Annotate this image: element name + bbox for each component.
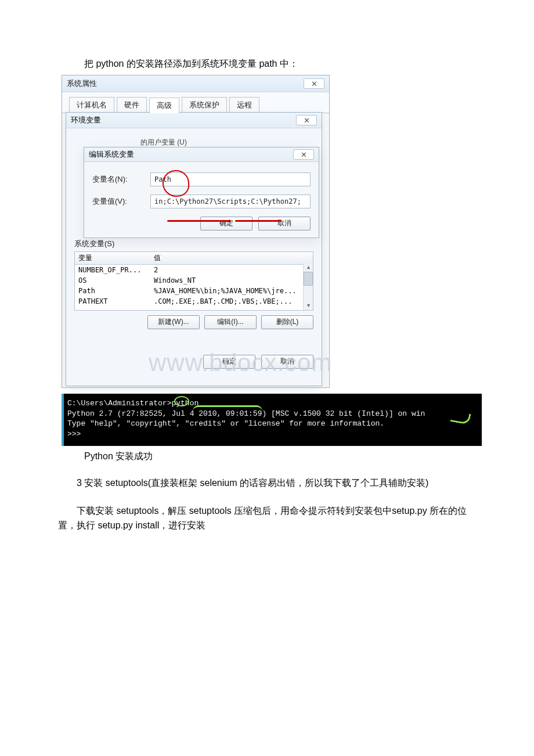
env-title: 环境变量 [71, 115, 101, 125]
var-name-input[interactable] [150, 172, 311, 186]
tab-panel: 环境变量 ✕ 的用户变量 (U) 编辑系统变量 ✕ [62, 113, 329, 387]
system-properties-window: 系统属性 ✕ 计算机名 硬件 高级 系统保护 远程 环境变量 ✕ 的用户 [62, 75, 330, 388]
ok-button[interactable]: 确定 [203, 355, 255, 369]
var-value-input[interactable] [150, 195, 311, 208]
env-variables-dialog: 环境变量 ✕ 的用户变量 (U) 编辑系统变量 ✕ [66, 112, 322, 386]
cell: OS [75, 275, 150, 286]
terminal-line: Type "help", "copyright", "credits" or "… [67, 419, 478, 429]
ok-button[interactable]: 确定 [200, 217, 252, 231]
tab-hardware[interactable]: 硬件 [117, 97, 147, 113]
var-name-label: 变量名(N): [92, 174, 150, 185]
edit-titlebar: 编辑系统变量 ✕ [84, 147, 319, 162]
tab-remote[interactable]: 远程 [229, 97, 259, 113]
tabs: 计算机名 硬件 高级 系统保护 远程 [62, 92, 329, 113]
list-header: 变量 值 [75, 252, 313, 265]
var-value-label: 变量值(V): [92, 196, 150, 207]
close-icon[interactable]: ✕ [304, 78, 324, 89]
table-row[interactable]: Path %JAVA_HOME%\bin;%JAVA_HOME%\jre... [75, 286, 313, 296]
edit-button[interactable]: 编辑(I)... [204, 315, 257, 329]
cancel-button[interactable]: 取消 [261, 355, 313, 369]
table-row[interactable]: PATHEXT .COM;.EXE;.BAT;.CMD;.VBS;.VBE;..… [75, 296, 313, 307]
cell: 2 [150, 265, 313, 275]
cell: Windows_NT [150, 275, 313, 286]
setup-instructions-para: 下载安装 setuptools，解压 setuptools 压缩包后，用命令提示… [58, 503, 476, 533]
edit-title: 编辑系统变量 [89, 149, 134, 160]
cmd-terminal: C:\Users\Administrator>python Python 2.7… [62, 394, 482, 446]
scrollbar[interactable]: ▴ ▾ [303, 264, 313, 310]
sysprop-titlebar: 系统属性 ✕ [62, 75, 329, 92]
col-variable[interactable]: 变量 [75, 252, 150, 264]
setuptools-para: 3 安装 setuptools(直接装框架 selenium 的话容易出错，所以… [58, 476, 476, 491]
cell: NUMBER_OF_PR... [75, 265, 150, 275]
tab-system-protection[interactable]: 系统保护 [182, 97, 227, 113]
system-variables-label: 系统变量(S) [74, 239, 313, 249]
tab-advanced[interactable]: 高级 [149, 98, 179, 113]
cell: Path [75, 286, 150, 296]
table-row[interactable]: OS Windows_NT [75, 275, 313, 286]
cell: %JAVA_HOME%\bin;%JAVA_HOME%\jre... [150, 286, 313, 296]
cell: .COM;.EXE;.BAT;.CMD;.VBS;.VBE;... [150, 296, 313, 307]
close-icon[interactable]: ✕ [293, 149, 314, 160]
env-titlebar: 环境变量 ✕ [66, 113, 322, 128]
delete-button[interactable]: 删除(L) [261, 315, 313, 329]
install-success-caption: Python 安装成功 [84, 451, 476, 463]
intro-text: 把 python 的安装路径添加到系统环境变量 path 中： [84, 58, 476, 70]
cell: PATHEXT [75, 296, 150, 307]
terminal-prompt: >>> [67, 429, 478, 440]
terminal-line: C:\Users\Administrator>python [67, 398, 478, 409]
tab-computer-name[interactable]: 计算机名 [69, 97, 114, 113]
col-value[interactable]: 值 [150, 252, 313, 264]
terminal-line: Python 2.7 (r27:82525, Jul 4 2010, 09:01… [67, 409, 478, 419]
new-button[interactable]: 新建(W)... [147, 315, 200, 329]
close-icon[interactable]: ✕ [296, 115, 317, 125]
edit-system-variable-dialog: 编辑系统变量 ✕ 变量名(N): [84, 147, 319, 238]
table-row[interactable]: NUMBER_OF_PR... 2 [75, 265, 313, 275]
chevron-up-icon[interactable]: ▴ [304, 264, 313, 272]
cancel-button[interactable]: 取消 [258, 217, 311, 231]
system-variables-list[interactable]: 变量 值 NUMBER_OF_PR... 2 OS Windows_NT [74, 251, 313, 311]
scroll-thumb[interactable] [304, 272, 313, 286]
sysprop-title: 系统属性 [67, 78, 97, 89]
user-vars-partial-label: 的用户变量 (U) [140, 138, 187, 147]
chevron-down-icon[interactable]: ▾ [304, 302, 313, 310]
